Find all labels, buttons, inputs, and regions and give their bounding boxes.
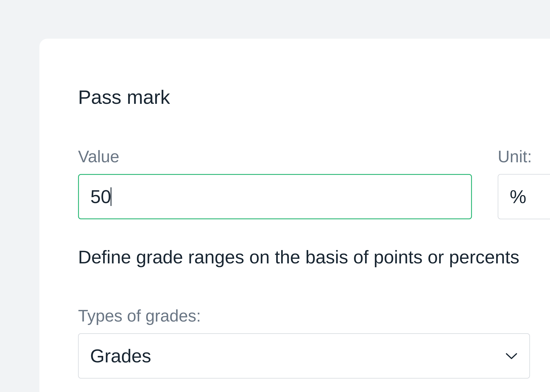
unit-select[interactable]: %: [498, 174, 550, 219]
unit-label: Unit:: [498, 147, 550, 166]
grade-types-selected: Grades: [90, 345, 151, 367]
settings-card: Pass mark Value 50 Unit: % Define grade …: [39, 39, 550, 392]
value-input[interactable]: 50: [78, 174, 472, 219]
grade-types-label: Types of grades:: [78, 306, 511, 325]
grade-ranges-description: Define grade ranges on the basis of poin…: [78, 246, 511, 267]
unit-field-group: Unit: %: [498, 147, 550, 219]
grade-types-select[interactable]: Grades: [78, 333, 530, 378]
text-caret: [111, 187, 111, 206]
grade-types-field-group: Types of grades: Grades: [78, 306, 511, 378]
chevron-down-icon: [505, 352, 518, 360]
pass-mark-title: Pass mark: [78, 86, 511, 108]
pass-mark-row: Value 50 Unit: %: [78, 147, 511, 219]
value-label: Value: [78, 147, 472, 166]
value-text: 50: [90, 186, 111, 207]
value-field-group: Value 50: [78, 147, 472, 219]
unit-value: %: [510, 186, 526, 207]
